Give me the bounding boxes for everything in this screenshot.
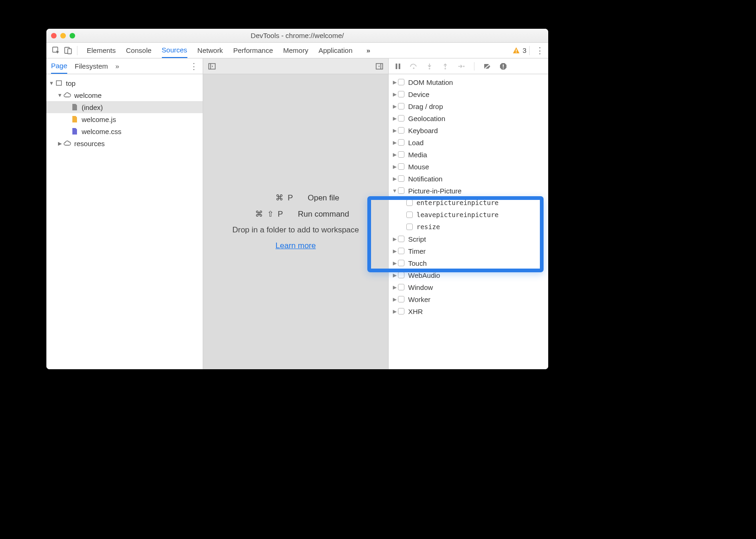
checkbox[interactable]	[406, 212, 413, 218]
tree-file-welcome-css[interactable]: welcome.css	[46, 125, 203, 137]
checkbox[interactable]	[398, 236, 404, 242]
step-over-icon[interactable]	[409, 62, 418, 71]
tab-elements[interactable]: Elements	[87, 43, 116, 58]
category-label: Window	[408, 283, 433, 291]
bp-category-window[interactable]: ▶Window	[389, 281, 548, 293]
inspect-element-icon[interactable]	[50, 45, 62, 57]
tree-label: resources	[74, 140, 105, 148]
step-icon[interactable]	[456, 62, 466, 71]
checkbox[interactable]	[398, 139, 404, 146]
bp-category-drag-drop[interactable]: ▶Drag / drop	[389, 100, 548, 112]
cloud-icon	[63, 141, 71, 146]
tree-domain-resources[interactable]: ▶ resources	[46, 137, 203, 149]
svg-rect-10	[396, 64, 397, 69]
bp-category-media[interactable]: ▶Media	[389, 148, 548, 160]
checkbox[interactable]	[398, 79, 404, 85]
checkbox[interactable]	[406, 224, 413, 230]
bp-category-timer[interactable]: ▶Timer	[389, 245, 548, 257]
deactivate-breakpoints-icon[interactable]	[483, 62, 492, 71]
show-navigator-icon[interactable]	[208, 62, 216, 71]
bp-category-xhr[interactable]: ▶XHR	[389, 305, 548, 317]
minimize-traffic-icon[interactable]	[60, 33, 66, 38]
disclosure-closed-icon: ▶	[391, 103, 398, 109]
device-toolbar-icon[interactable]	[62, 45, 74, 57]
checkbox[interactable]	[398, 127, 404, 134]
navigator-tab-page[interactable]: Page	[51, 58, 67, 74]
step-out-icon[interactable]	[441, 62, 450, 71]
disclosure-open-icon: ▼	[391, 188, 398, 193]
checkbox[interactable]	[398, 260, 404, 266]
tree-top-frame[interactable]: ▼ top	[46, 77, 203, 89]
navigator-more-icon[interactable]: ⋮	[190, 61, 198, 71]
checkbox[interactable]	[398, 115, 404, 122]
tree-file-index[interactable]: (index)	[46, 101, 203, 113]
more-options-icon[interactable]: ⋮	[535, 45, 545, 56]
step-into-icon[interactable]	[425, 62, 434, 71]
category-label: Worker	[408, 295, 430, 303]
checkbox[interactable]	[398, 91, 404, 97]
tree-file-welcome-js[interactable]: welcome.js	[46, 113, 203, 125]
disclosure-closed-icon: ▶	[57, 141, 63, 147]
debugger-panel: ▶DOM Mutation▶Device▶Drag / drop▶Geoloca…	[389, 58, 548, 369]
disclosure-closed-icon: ▶	[391, 79, 398, 85]
pause-on-exceptions-icon[interactable]	[499, 62, 508, 71]
bp-category-load[interactable]: ▶Load	[389, 136, 548, 148]
navigator-overflow-icon[interactable]: »	[115, 62, 119, 70]
bp-event-enterpictureinpicture[interactable]: enterpictureinpicture	[389, 197, 548, 209]
cloud-icon	[63, 92, 71, 98]
zoom-traffic-icon[interactable]	[70, 33, 75, 38]
category-label: Picture-in-Picture	[408, 187, 461, 195]
checkbox[interactable]	[398, 272, 404, 278]
category-label: Load	[408, 139, 423, 147]
checkbox[interactable]	[398, 284, 404, 290]
checkbox[interactable]	[398, 103, 404, 109]
bp-category-webaudio[interactable]: ▶WebAudio	[389, 269, 548, 281]
bp-category-mouse[interactable]: ▶Mouse	[389, 160, 548, 173]
checkbox[interactable]	[398, 163, 404, 170]
bp-category-dom-mutation[interactable]: ▶DOM Mutation	[389, 76, 548, 88]
learn-more-link[interactable]: Learn more	[275, 241, 316, 250]
bp-category-script[interactable]: ▶Script	[389, 233, 548, 245]
bp-category-worker[interactable]: ▶Worker	[389, 293, 548, 305]
frame-icon	[55, 80, 63, 86]
category-label: Geolocation	[408, 115, 445, 122]
navigator-tab-filesystem[interactable]: Filesystem	[75, 62, 108, 70]
pause-icon[interactable]	[393, 62, 403, 71]
show-debugger-icon[interactable]	[375, 62, 384, 71]
tab-sources[interactable]: Sources	[162, 43, 187, 58]
checkbox[interactable]	[398, 175, 404, 182]
checkbox[interactable]	[398, 151, 404, 158]
tabs-overflow-icon[interactable]: »	[363, 46, 374, 54]
checkbox[interactable]	[398, 187, 404, 194]
checkbox[interactable]	[398, 308, 404, 314]
disclosure-closed-icon: ▶	[391, 296, 398, 302]
checkbox[interactable]	[398, 296, 404, 302]
bp-category-device[interactable]: ▶Device	[389, 88, 548, 100]
tab-performance[interactable]: Performance	[233, 43, 273, 58]
event-label: enterpictureinpicture	[416, 199, 499, 206]
tree-domain-welcome[interactable]: ▼ welcome	[46, 89, 203, 101]
checkbox[interactable]	[406, 199, 413, 206]
category-label: Timer	[408, 247, 426, 255]
tab-network[interactable]: Network	[198, 43, 223, 58]
bp-event-leavepictureinpicture[interactable]: leavepictureinpicture	[389, 209, 548, 221]
bp-event-resize[interactable]: resize	[389, 221, 548, 233]
bp-category-geolocation[interactable]: ▶Geolocation	[389, 112, 548, 124]
svg-point-14	[444, 68, 446, 69]
traffic-lights	[51, 33, 75, 38]
tab-application[interactable]: Application	[319, 43, 352, 58]
bp-category-picture-in-picture[interactable]: ▼ Picture-in-Picture	[389, 185, 548, 197]
bp-category-touch[interactable]: ▶Touch	[389, 257, 548, 269]
checkbox[interactable]	[398, 248, 404, 254]
tab-memory[interactable]: Memory	[283, 43, 308, 58]
main-tabs: Elements Console Sources Network Perform…	[87, 43, 513, 58]
close-traffic-icon[interactable]	[51, 33, 57, 38]
tab-console[interactable]: Console	[126, 43, 152, 58]
toolbar-separator	[77, 46, 77, 55]
bp-category-keyboard[interactable]: ▶Keyboard	[389, 124, 548, 136]
disclosure-closed-icon: ▶	[391, 272, 398, 278]
warnings-button[interactable]: 3	[513, 46, 526, 54]
tree-label: welcome.js	[82, 116, 116, 123]
debugger-toolbar	[389, 58, 548, 74]
bp-category-notification[interactable]: ▶Notification	[389, 173, 548, 185]
